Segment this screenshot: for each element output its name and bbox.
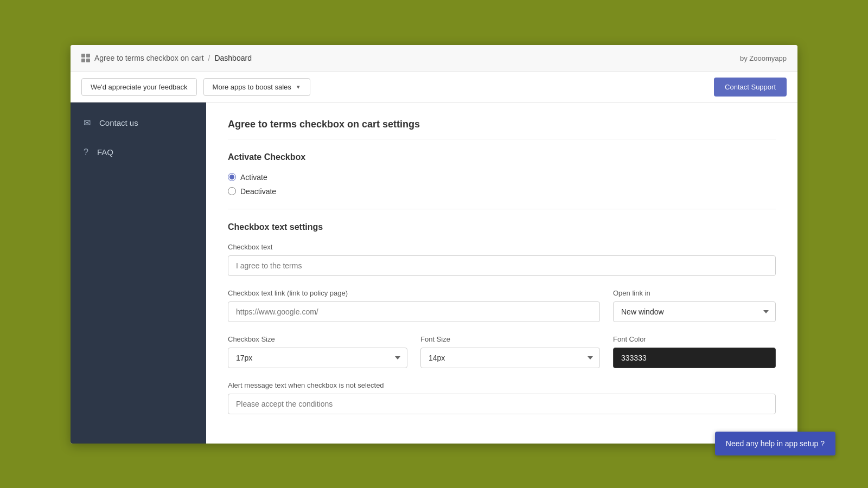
link-row: Checkbox text link (link to policy page)… xyxy=(228,289,776,322)
radio-activate[interactable]: Activate xyxy=(228,173,776,182)
checkbox-text-input[interactable] xyxy=(228,255,776,276)
breadcrumb: Agree to terms checkbox on cart / Dashbo… xyxy=(81,54,252,62)
main-layout: ✉ Contact us ? FAQ Agree to terms checkb… xyxy=(71,102,797,444)
checkbox-text-label: Checkbox text xyxy=(228,243,776,251)
activate-checkbox-section: Activate Checkbox Activate Deactivate xyxy=(228,152,776,196)
app-icon xyxy=(81,54,90,62)
font-size-select[interactable]: 12px 13px 14px 15px 16px xyxy=(420,348,600,368)
radio-deactivate-label: Deactivate xyxy=(240,187,276,196)
radio-activate-label: Activate xyxy=(240,173,267,182)
alert-message-group: Alert message text when checkbox is not … xyxy=(228,381,776,414)
open-link-label: Open link in xyxy=(613,289,776,297)
question-icon: ? xyxy=(84,147,88,157)
feedback-button[interactable]: We'd appreciate your feedback xyxy=(81,78,197,96)
link-group: Checkbox text link (link to policy page) xyxy=(228,289,600,322)
sidebar-item-faq[interactable]: ? FAQ xyxy=(71,138,206,167)
breadcrumb-app: Agree to terms checkbox on cart xyxy=(94,54,204,62)
toolbar: We'd appreciate your feedback More apps … xyxy=(71,72,797,102)
breadcrumb-page: Dashboard xyxy=(214,54,252,62)
more-apps-button[interactable]: More apps to boost sales ▼ xyxy=(203,78,310,96)
size-font-color-row: Checkbox Size 14px 15px 16px 17px 18px F… xyxy=(228,335,776,368)
checkbox-size-group: Checkbox Size 14px 15px 16px 17px 18px xyxy=(228,335,407,368)
by-label: by Zooomyapp xyxy=(740,54,787,62)
sidebar-item-faq-label: FAQ xyxy=(97,147,113,157)
checkbox-size-label: Checkbox Size xyxy=(228,335,407,343)
text-settings-section: Checkbox text settings Checkbox text Che… xyxy=(228,222,776,414)
open-link-select[interactable]: New window Same window xyxy=(613,301,776,322)
text-settings-title: Checkbox text settings xyxy=(228,222,776,232)
radio-activate-input[interactable] xyxy=(228,173,236,181)
app-window: Agree to terms checkbox on cart / Dashbo… xyxy=(71,45,797,444)
font-color-group: Font Color xyxy=(613,335,776,368)
checkbox-size-select[interactable]: 14px 15px 16px 17px 18px xyxy=(228,348,407,368)
content-area: Agree to terms checkbox on cart settings… xyxy=(206,102,797,444)
font-color-input[interactable] xyxy=(613,348,776,368)
sidebar-item-contact-us[interactable]: ✉ Contact us xyxy=(71,108,206,138)
font-size-group: Font Size 12px 13px 14px 15px 16px xyxy=(420,335,600,368)
contact-support-button[interactable]: Contact Support xyxy=(714,78,787,97)
activate-section-title: Activate Checkbox xyxy=(228,152,776,162)
breadcrumb-separator: / xyxy=(208,54,210,62)
checkbox-text-group: Checkbox text xyxy=(228,243,776,276)
top-header: Agree to terms checkbox on cart / Dashbo… xyxy=(71,45,797,72)
alert-label: Alert message text when checkbox is not … xyxy=(228,381,776,389)
open-link-group: Open link in New window Same window xyxy=(613,289,776,322)
radio-deactivate-input[interactable] xyxy=(228,187,236,195)
radio-deactivate[interactable]: Deactivate xyxy=(228,187,776,196)
sidebar: ✉ Contact us ? FAQ xyxy=(71,102,206,444)
sidebar-item-contact-us-label: Contact us xyxy=(99,118,138,127)
font-color-label: Font Color xyxy=(613,335,776,343)
font-size-label: Font Size xyxy=(420,335,600,343)
more-apps-label: More apps to boost sales xyxy=(213,83,291,91)
page-title: Agree to terms checkbox on cart settings xyxy=(228,119,776,139)
help-button[interactable]: Need any help in app setup ? xyxy=(715,432,835,455)
alert-input[interactable] xyxy=(228,394,776,414)
link-label: Checkbox text link (link to policy page) xyxy=(228,289,600,297)
email-icon: ✉ xyxy=(84,118,91,128)
link-input[interactable] xyxy=(228,301,600,322)
chevron-down-icon: ▼ xyxy=(296,84,301,90)
activate-radio-group: Activate Deactivate xyxy=(228,173,776,196)
